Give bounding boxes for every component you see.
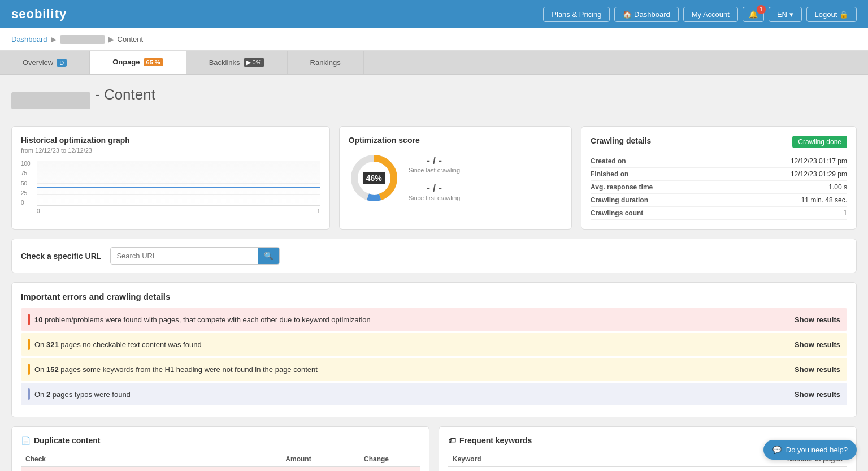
score-stats: - / - Since last crawling - / - Since fi… — [409, 155, 461, 201]
url-check-card: Check a specific URL 🔍 — [11, 239, 857, 273]
graph-line — [37, 187, 320, 188]
crawl-label-response: Avg. response time — [591, 183, 653, 191]
tab-rankings-label: Rankings — [310, 58, 341, 67]
crawling-details-title: Crawling details — [591, 136, 651, 145]
crawl-value-created: 12/12/23 01:17 pm — [791, 157, 847, 165]
error-text-3: On 152 pages some keywords from the H1 h… — [34, 365, 790, 374]
grid-line — [37, 161, 320, 161]
main-content: - Content Historical optimization graph … — [0, 75, 868, 471]
my-account-button[interactable]: My Account — [683, 7, 738, 22]
crawl-value-duration: 11 min. 48 sec. — [801, 196, 847, 204]
duplicate-content-card: 📄 Duplicate content Check Amount Change … — [11, 426, 429, 471]
tag-icon: 🏷 — [448, 436, 456, 445]
breadcrumb-arrow-2: ▶ — [108, 35, 114, 44]
col-header-change: Change — [337, 455, 415, 463]
url-check-label: Check a specific URL — [21, 252, 101, 261]
tab-overview-label: Overview — [23, 58, 53, 67]
tab-backlinks[interactable]: Backlinks ▶ 0% — [186, 51, 288, 74]
breadcrumb-arrow: ▶ — [51, 35, 57, 44]
error-indicator-red — [28, 314, 30, 325]
show-results-button-2[interactable]: Show results — [795, 340, 840, 349]
crawl-value-count: 1 — [843, 209, 847, 217]
search-icon: 🔍 — [264, 252, 274, 260]
col-header-check: Check — [25, 455, 259, 463]
tab-backlinks-label: Backlinks — [209, 58, 240, 67]
historical-graph-subtitle: from 12/12/23 to 12/12/23 — [21, 147, 320, 154]
crawl-row-response: Avg. response time 1.00 s — [591, 181, 847, 194]
crawl-label-finished: Finished on — [591, 170, 628, 178]
error-indicator-yellow-1 — [28, 339, 30, 350]
home-icon: 🏠 — [623, 10, 632, 19]
show-results-button-1[interactable]: Show results — [795, 316, 840, 324]
notification-badge: 1 — [757, 5, 766, 14]
page-title: - Content — [95, 86, 155, 103]
help-button[interactable]: 💬 Do you need help? — [763, 440, 857, 460]
show-results-button-4[interactable]: Show results — [795, 390, 840, 399]
show-results-button-3[interactable]: Show results — [795, 365, 840, 374]
crawl-row-created: Created on 12/12/23 01:17 pm — [591, 155, 847, 168]
logout-button[interactable]: Logout 🔒 — [806, 7, 857, 22]
dashboard-button[interactable]: 🏠 Dashboard — [614, 7, 678, 22]
kw-row-1: 323 — [448, 467, 847, 471]
breadcrumb-home[interactable]: Dashboard — [11, 35, 47, 44]
bottom-row: 📄 Duplicate content Check Amount Change … — [11, 426, 857, 471]
table-row: Pages without text or paragraphs 321 -/- — [21, 467, 420, 471]
tab-backlinks-badge: ▶ 0% — [244, 58, 264, 67]
cards-row: Historical optimization graph from 12/12… — [11, 126, 857, 230]
search-button[interactable]: 🔍 — [258, 248, 279, 264]
graph-area: 100 75 50 25 0 0 1 — [21, 161, 320, 217]
language-button[interactable]: EN ▾ — [769, 7, 802, 22]
crawl-row-finished: Finished on 12/12/23 01:29 pm — [591, 168, 847, 181]
tab-overview[interactable]: Overview D — [0, 51, 90, 74]
crawl-table: Created on 12/12/23 01:17 pm Finished on… — [591, 155, 847, 220]
notification-button[interactable]: 🔔 1 — [743, 7, 764, 22]
optimization-score-card: Optimization score 46% - / - Since last … — [339, 126, 572, 230]
grid-line — [37, 194, 320, 195]
tab-onpage-badge: 65 % — [144, 58, 163, 66]
crawl-label-duration: Crawling duration — [591, 196, 648, 204]
duplicate-icon: 📄 — [21, 436, 31, 445]
optimization-score-title: Optimization score — [349, 136, 562, 145]
plans-pricing-button[interactable]: Plans & Pricing — [543, 7, 610, 22]
error-row-4: On 2 pages typos were found Show results — [21, 383, 847, 405]
score-content: 46% - / - Since last crawling - / - Sinc… — [349, 147, 562, 209]
error-text-4: On 2 pages typos were found — [34, 390, 790, 399]
donut-chart: 46% — [349, 153, 400, 204]
breadcrumb-section — [60, 35, 105, 44]
url-search-wrap: 🔍 — [110, 247, 280, 265]
error-indicator-yellow-2 — [28, 364, 30, 375]
site-name-blur — [11, 92, 90, 109]
last-crawl-label: Since last crawling — [409, 167, 461, 174]
crawl-label-created: Created on — [591, 157, 626, 165]
crawl-value-finished: 12/12/23 01:29 pm — [791, 170, 847, 178]
tabs: Overview D Onpage 65 % Backlinks ▶ 0% Ra… — [0, 51, 868, 75]
grid-line — [37, 172, 320, 172]
tab-onpage[interactable]: Onpage 65 % — [90, 51, 186, 74]
graph-x-labels: 0 1 — [37, 208, 320, 214]
duplicate-content-title: 📄 Duplicate content — [21, 436, 420, 445]
kw-col-header: Keyword — [453, 455, 713, 463]
historical-graph-title: Historical optimization graph — [21, 136, 320, 145]
crawl-header: Crawling details Crawling done — [591, 136, 847, 148]
header-nav: Plans & Pricing 🏠 Dashboard My Account 🔔… — [543, 7, 857, 22]
header: seobility Plans & Pricing 🏠 Dashboard My… — [0, 0, 868, 28]
error-row-2: On 321 pages no checkable text content w… — [21, 333, 847, 356]
duplicate-table-header: Check Amount Change — [21, 452, 420, 467]
last-crawl-stat: - / - Since last crawling — [409, 155, 461, 174]
help-icon: 💬 — [772, 446, 782, 454]
error-indicator-blue — [28, 388, 30, 400]
chevron-down-icon: ▾ — [789, 10, 793, 19]
first-crawl-label: Since first crawling — [409, 195, 461, 201]
tab-onpage-label: Onpage — [112, 58, 140, 66]
graph-content — [37, 161, 320, 206]
error-row-3: On 152 pages some keywords from the H1 h… — [21, 358, 847, 381]
graph-y-labels: 100 75 50 25 0 — [21, 161, 35, 206]
first-crawl-value: - / - — [409, 183, 461, 195]
error-row-1: 10 problem/problems were found with page… — [21, 308, 847, 331]
logo: seobility — [11, 7, 67, 21]
tab-rankings[interactable]: Rankings — [288, 51, 364, 74]
search-input[interactable] — [111, 248, 258, 264]
breadcrumb: Dashboard ▶ ▶ Content — [0, 28, 868, 51]
crawl-row-duration: Crawling duration 11 min. 48 sec. — [591, 194, 847, 207]
historical-graph-card: Historical optimization graph from 12/12… — [11, 126, 330, 230]
